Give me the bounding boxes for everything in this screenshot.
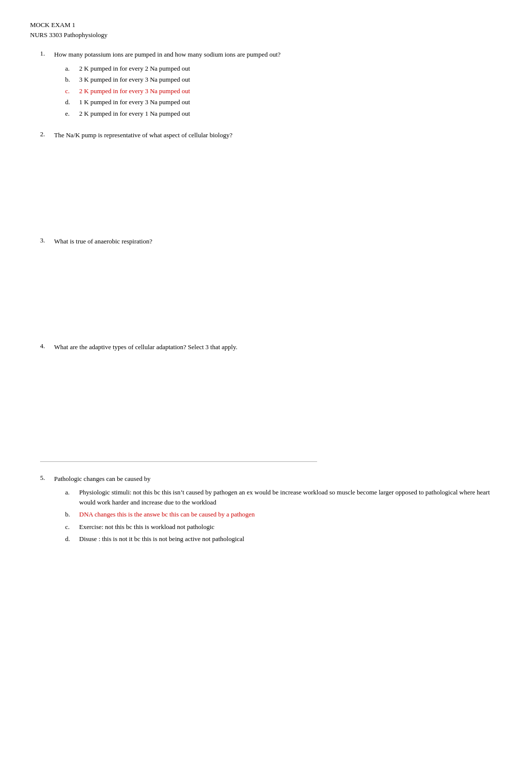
question-2-num: 2. — [40, 130, 54, 138]
divider — [40, 461, 317, 462]
q1-option-c-label: c. — [65, 86, 79, 96]
q5-option-d-label: d. — [65, 534, 79, 544]
q1-option-a-label: a. — [65, 64, 79, 74]
page-header: MOCK EXAM 1 NURS 3303 Pathophysiology — [30, 20, 502, 40]
questions-container: 1. How many potassium ions are pumped in… — [40, 50, 502, 544]
q5-option-a-label: a. — [65, 487, 79, 497]
question-2: 2. The Na/K pump is representative of wh… — [40, 130, 502, 224]
q1-option-b: b. 3 K pumped in for every 3 Na pumped o… — [65, 75, 502, 85]
q5-option-d-text: Disuse : this is not it bc this is not b… — [79, 534, 244, 544]
header-line2: NURS 3303 Pathophysiology — [30, 30, 502, 40]
q1-option-a-text: 2 K pumped in for every 2 Na pumped out — [79, 64, 190, 74]
question-2-text: The Na/K pump is representative of what … — [54, 130, 232, 140]
question-4: 4. What are the adaptive types of cellul… — [40, 342, 502, 462]
q1-option-b-label: b. — [65, 75, 79, 85]
q1-option-c-text: 2 K pumped in for every 3 Na pumped out — [79, 86, 190, 96]
q5-option-b-label: b. — [65, 509, 79, 519]
q5-option-b-text: DNA changes this is the answe bc this ca… — [79, 509, 255, 519]
question-3-row: 3. What is true of anaerobic respiration… — [40, 236, 502, 246]
question-1-options: a. 2 K pumped in for every 2 Na pumped o… — [65, 64, 502, 119]
question-1: 1. How many potassium ions are pumped in… — [40, 50, 502, 118]
question-2-row: 2. The Na/K pump is representative of wh… — [40, 130, 502, 140]
q5-option-c: c. Exercise: not this bc this is workloa… — [65, 522, 502, 532]
q1-option-c: c. 2 K pumped in for every 3 Na pumped o… — [65, 86, 502, 96]
question-2-spacer — [40, 144, 502, 224]
question-4-text: What are the adaptive types of cellular … — [54, 342, 237, 352]
q1-option-b-text: 3 K pumped in for every 3 Na pumped out — [79, 75, 190, 85]
question-3-text: What is true of anaerobic respiration? — [54, 236, 152, 246]
question-3-num: 3. — [40, 236, 54, 244]
q1-option-a: a. 2 K pumped in for every 2 Na pumped o… — [65, 64, 502, 74]
question-4-row: 4. What are the adaptive types of cellul… — [40, 342, 502, 352]
q5-option-a-text: Physiologic stimuli: not this bc this is… — [79, 487, 502, 507]
question-5-row: 5. Pathologic changes can be caused by — [40, 474, 502, 484]
q5-option-a: a. Physiologic stimuli: not this bc this… — [65, 487, 502, 507]
question-4-spacer — [40, 356, 502, 456]
question-5: 5. Pathologic changes can be caused by a… — [40, 474, 502, 544]
question-3-spacer — [40, 250, 502, 330]
q5-option-c-label: c. — [65, 522, 79, 532]
question-5-num: 5. — [40, 474, 54, 482]
question-1-row: 1. How many potassium ions are pumped in… — [40, 50, 502, 60]
header-line1: MOCK EXAM 1 — [30, 20, 502, 30]
question-3: 3. What is true of anaerobic respiration… — [40, 236, 502, 331]
q1-option-d-text: 1 K pumped in for every 3 Na pumped out — [79, 97, 190, 107]
q1-option-d: d. 1 K pumped in for every 3 Na pumped o… — [65, 97, 502, 107]
question-4-num: 4. — [40, 342, 54, 350]
question-1-num: 1. — [40, 50, 54, 58]
q1-option-e: e. 2 K pumped in for every 1 Na pumped o… — [65, 109, 502, 119]
question-5-text: Pathologic changes can be caused by — [54, 474, 150, 484]
question-1-text: How many potassium ions are pumped in an… — [54, 50, 281, 60]
q5-option-b: b. DNA changes this is the answe bc this… — [65, 509, 502, 519]
q1-option-e-label: e. — [65, 109, 79, 119]
q1-option-e-text: 2 K pumped in for every 1 Na pumped out — [79, 109, 190, 119]
q1-option-d-label: d. — [65, 97, 79, 107]
question-5-options: a. Physiologic stimuli: not this bc this… — [65, 487, 502, 544]
q5-option-c-text: Exercise: not this bc this is workload n… — [79, 522, 214, 532]
q5-option-d: d. Disuse : this is not it bc this is no… — [65, 534, 502, 544]
